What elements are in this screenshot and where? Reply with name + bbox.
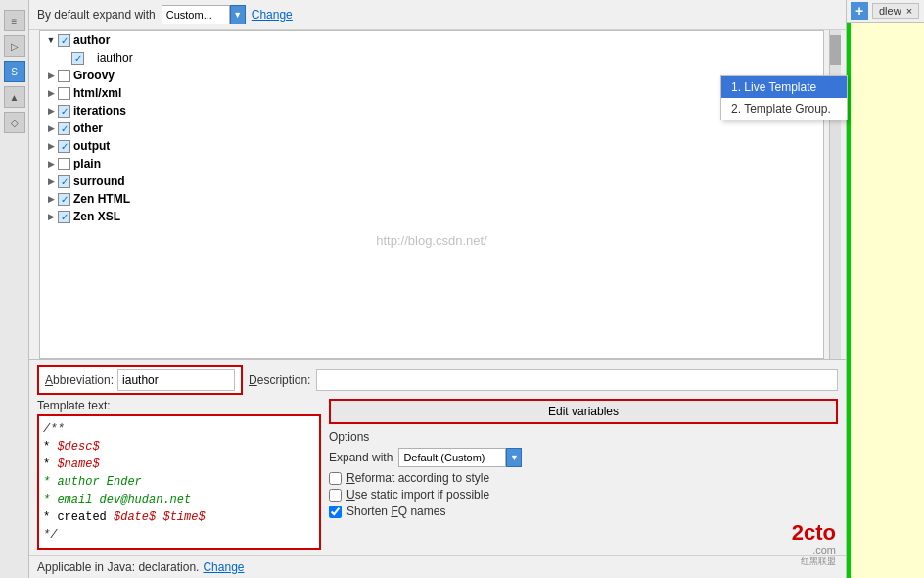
checkbox-output[interactable] <box>58 140 70 153</box>
tpl-line-5: * email dev@hudan.net <box>43 491 315 508</box>
expand-with-label: Expand with <box>329 451 393 464</box>
tpl-line-1: /** <box>43 420 315 438</box>
form-area: Abbreviation: Description: Template text… <box>29 359 846 555</box>
sidebar-icon-5[interactable]: ◇ <box>4 112 25 133</box>
label-surround: surround <box>73 174 125 188</box>
editor-content <box>851 23 924 578</box>
applicable-change-link[interactable]: Change <box>203 560 244 574</box>
expand-dropdown[interactable]: ▼ <box>162 5 246 24</box>
sidebar-icon-2[interactable]: ▷ <box>4 35 25 57</box>
checkbox-iauthor[interactable] <box>71 52 84 65</box>
top-bar: By default expand with ▼ Change <box>29 0 846 30</box>
sidebar: ≡ ▷ S ▲ ◇ <box>0 0 29 578</box>
brand-logo: 2cto <box>792 522 836 544</box>
label-plain: plain <box>73 157 101 170</box>
tree-item-iauthor[interactable]: iauthor <box>40 49 823 67</box>
label-zenxsl: Zen XSL <box>73 210 120 223</box>
tpl-line-6: * created $date$ $time$ <box>43 508 315 526</box>
arrow-surround: ▶ <box>44 174 58 188</box>
editor-tab-bar: + dlew × <box>847 0 924 23</box>
expand-with-dropdown[interactable]: ▼ <box>398 448 522 467</box>
tree-item-plain[interactable]: ▶ plain <box>40 155 823 172</box>
tree-item-other[interactable]: ▶ other <box>40 120 823 137</box>
add-template-button[interactable]: + <box>851 2 868 20</box>
options-label: Options <box>329 430 838 444</box>
checkbox-author[interactable] <box>58 34 70 47</box>
sidebar-icon-4[interactable]: ▲ <box>4 86 25 108</box>
arrow-zenhtml: ▶ <box>44 192 58 206</box>
arrow-plain: ▶ <box>44 157 58 170</box>
dropdown-item-template-group[interactable]: 2. Template Group. <box>721 98 847 120</box>
tpl-line-3: * $name$ <box>43 456 315 473</box>
tree-item-zenxsl[interactable]: ▶ Zen XSL <box>40 208 823 225</box>
checkbox-row-reformat: Reformat according to style <box>329 471 838 485</box>
expand-with-row: Expand with ▼ <box>329 448 838 467</box>
arrow-iauthor <box>58 51 71 65</box>
abbreviation-input[interactable] <box>117 369 235 391</box>
tree-item-groovy[interactable]: ▶ Groovy <box>40 67 823 84</box>
template-tree: ▼ author iauthor ▶ Groovy <box>39 30 824 359</box>
tree-item-iterations[interactable]: ▶ iterations <box>40 102 823 120</box>
label-zenhtml: Zen HTML <box>73 192 130 206</box>
checkbox-row-static: Use static import if possible <box>329 488 838 502</box>
applicable-bar: Applicable in Java: declaration. Change <box>29 555 846 578</box>
template-text-label: Template text: <box>37 399 321 412</box>
sidebar-icon-3[interactable]: S <box>4 61 25 82</box>
checkbox-shorten[interactable] <box>329 506 342 518</box>
checkbox-iterations[interactable] <box>58 105 70 118</box>
label-iauthor: iauthor <box>87 51 133 65</box>
checkbox-row-shorten: Shorten FQ names <box>329 505 838 518</box>
brand-tag: 红黑联盟 <box>792 555 836 568</box>
sidebar-icon-1[interactable]: ≡ <box>4 10 25 31</box>
tpl-line-2: * $desc$ <box>43 438 315 456</box>
arrow-output: ▶ <box>44 139 58 153</box>
checkbox-plain[interactable] <box>58 158 70 170</box>
checkbox-shorten-label: Shorten FQ names <box>346 505 445 518</box>
tree-item-output[interactable]: ▶ output <box>40 137 823 155</box>
tpl-line-4: * author Ender <box>43 473 315 491</box>
tree-item-zenhtml[interactable]: ▶ Zen HTML <box>40 190 823 208</box>
description-label: Description: <box>249 373 310 387</box>
tree-item-surround[interactable]: ▶ surround <box>40 172 823 190</box>
description-input[interactable] <box>316 369 838 391</box>
checkbox-groovy[interactable] <box>58 70 70 82</box>
dropdown-menu: 1. Live Template 2. Template Group. <box>720 75 848 120</box>
tpl-line-7: */ <box>43 526 315 544</box>
brand-watermark: 2cto .com 红黑联盟 <box>792 522 836 568</box>
expand-with-arrow-icon[interactable]: ▼ <box>506 448 522 467</box>
checkbox-static-label: Use static import if possible <box>346 488 489 502</box>
checkbox-static[interactable] <box>329 489 342 502</box>
label-htmlxml: html/xml <box>73 86 121 100</box>
arrow-zenxsl: ▶ <box>44 210 58 223</box>
editor-inner <box>847 23 924 578</box>
checkbox-zenxsl[interactable] <box>58 211 70 223</box>
arrow-author: ▼ <box>44 33 58 47</box>
options-section: Options Expand with ▼ Reformat according… <box>329 430 838 521</box>
label-other: other <box>73 121 103 135</box>
checkbox-zenhtml[interactable] <box>58 193 70 206</box>
scrollbar-thumb[interactable] <box>830 35 841 65</box>
abbreviation-label: Abbreviation: <box>45 373 114 387</box>
edit-variables-button[interactable]: Edit variables <box>329 399 838 424</box>
checkbox-htmlxml[interactable] <box>58 87 70 100</box>
arrow-iterations: ▶ <box>44 104 58 118</box>
expand-label: By default expand with <box>37 8 156 22</box>
arrow-other: ▶ <box>44 121 58 135</box>
expand-with-select[interactable] <box>398 448 506 467</box>
expand-arrow-icon[interactable]: ▼ <box>230 5 246 24</box>
editor-tab-dlew[interactable]: dlew × <box>872 3 919 19</box>
right-panel: Edit variables Options Expand with ▼ <box>329 399 838 521</box>
dropdown-item-live-template[interactable]: 1. Live Template <box>721 76 847 98</box>
change-link[interactable]: Change <box>252 8 293 22</box>
tree-item-author[interactable]: ▼ author <box>40 31 823 49</box>
editor-panel: + dlew × <box>846 0 924 578</box>
checkbox-surround[interactable] <box>58 175 70 188</box>
applicable-text: Applicable in Java: declaration. <box>37 560 199 574</box>
template-textarea[interactable]: /** * $desc$ * $name$ * author Ender * e… <box>37 414 321 550</box>
checkbox-other[interactable] <box>58 122 70 135</box>
checkbox-reformat[interactable] <box>329 472 342 485</box>
expand-select[interactable] <box>162 5 230 24</box>
label-author: author <box>73 33 110 47</box>
arrow-groovy: ▶ <box>44 69 58 82</box>
tree-item-htmlxml[interactable]: ▶ html/xml <box>40 84 823 102</box>
